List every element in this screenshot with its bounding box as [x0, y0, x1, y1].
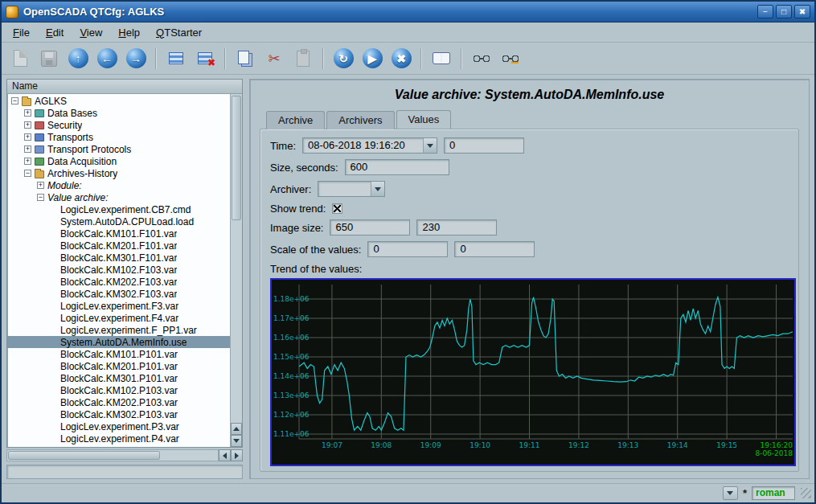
tab-values[interactable]: Values	[396, 110, 452, 129]
svg-text:1.13e+06: 1.13e+06	[273, 391, 310, 400]
toolbar-separator	[224, 48, 226, 69]
tree-item-blockcalc-km302-f103-var[interactable]: BlockCalc.KM302.F103.var	[7, 288, 230, 300]
tree-item-logiclev-experiment-f3-var[interactable]: LogicLev.experiment.F3.var	[7, 300, 230, 312]
delete-item-button[interactable]: ✖	[191, 45, 219, 72]
scroll-right-button[interactable]	[231, 449, 243, 461]
add-item-button[interactable]	[162, 45, 190, 72]
time-combo[interactable]: 08-06-2018 19:16:20	[302, 137, 437, 154]
tree-item-blockcalc-km201-f101-var[interactable]: BlockCalc.KM201.F101.var	[7, 240, 230, 252]
start-updating-button[interactable]: ▶	[359, 45, 386, 72]
scroll-down-button[interactable]	[231, 435, 242, 447]
tree-item-logiclev-experiment-f-pp1-var[interactable]: LogicLev.experiment.F_PP1.var	[7, 324, 230, 336]
tree-item-data-acquisition[interactable]: +Data Acquisition	[7, 155, 230, 167]
qtstarter-configurator-button[interactable]	[468, 45, 495, 72]
tree-item-transports[interactable]: +Transports	[7, 131, 230, 143]
forward-button[interactable]: →	[122, 45, 150, 72]
tree-item-blockcalc-km202-f103-var[interactable]: BlockCalc.KM202.F103.var	[7, 276, 230, 288]
menu-item-edit[interactable]: Edit	[38, 24, 72, 41]
vertical-scrollbar[interactable]	[230, 94, 242, 447]
tree-item-system-autoda-meminfo-use[interactable]: System.AutoDA.MemInfo.use	[7, 336, 230, 348]
menu-item-qtstarter[interactable]: QTStarter	[148, 24, 210, 41]
back-button[interactable]: ←	[93, 45, 121, 72]
up-arrow-icon	[233, 424, 240, 431]
expand-icon[interactable]: +	[24, 133, 31, 141]
tree-item-logiclev-experiment-cb7-cmd[interactable]: LogicLev.experiment.CB7.cmd	[7, 203, 230, 215]
tree-item-blockcalc-km202-p103-var[interactable]: BlockCalc.KM202.P103.var	[7, 396, 230, 408]
copy-item-button[interactable]	[232, 45, 259, 72]
expand-icon[interactable]: +	[24, 145, 31, 153]
size-field[interactable]: 600	[345, 159, 449, 175]
tree-item-value-archive[interactable]: −Value archive:	[7, 191, 230, 203]
image-height-field[interactable]: 230	[416, 219, 497, 236]
stop-updating-button[interactable]: ✖	[387, 45, 415, 72]
tree-item-label: Module:	[47, 180, 82, 191]
svg-text:8-06-2018: 8-06-2018	[755, 449, 793, 457]
tree-item-system-autoda-cpuload-load[interactable]: System.AutoDA.CPULoad.load	[7, 215, 230, 227]
collapse-icon[interactable]: −	[37, 194, 44, 201]
scrollbar-thumb[interactable]	[8, 451, 160, 460]
scale-max-field[interactable]: 0	[454, 241, 535, 257]
show-trend-checkbox[interactable]	[332, 203, 342, 214]
chevron-down-icon[interactable]	[423, 138, 437, 153]
svg-text:19:09: 19:09	[420, 441, 441, 449]
tree-item-blockcalc-km101-f101-var[interactable]: BlockCalc.KM101.F101.var	[7, 227, 230, 240]
close-button[interactable]: ✖	[794, 5, 810, 18]
manual-button[interactable]	[428, 45, 455, 72]
collapse-icon[interactable]: −	[11, 97, 18, 104]
resize-grip[interactable]	[801, 488, 811, 498]
chevron-down-icon[interactable]	[371, 182, 384, 196]
current-user-field[interactable]: roman	[752, 486, 795, 500]
horizontal-scrollbar[interactable]	[6, 449, 243, 461]
tree-item-label: BlockCalc.KM101.P101.var	[60, 349, 178, 360]
tree-item-logiclev-experiment-p4-var[interactable]: LogicLev.experiment.P4.var	[7, 432, 230, 445]
tree-item-blockcalc-km301-p101-var[interactable]: BlockCalc.KM301.P101.var	[7, 372, 230, 384]
tree-header: Name	[7, 80, 242, 94]
tree-item-blockcalc-km201-p101-var[interactable]: BlockCalc.KM201.P101.var	[7, 360, 230, 372]
image-width-field[interactable]: 650	[330, 219, 410, 236]
expand-icon[interactable]: +	[24, 158, 31, 165]
tree-item-logiclev-experiment-f4-var[interactable]: LogicLev.experiment.F4.var	[7, 312, 230, 324]
tab-archivers[interactable]: Archivers	[326, 111, 394, 129]
scroll-up-button[interactable]	[231, 423, 242, 435]
menu-item-view[interactable]: View	[72, 24, 110, 41]
tree-item-module[interactable]: +Module:	[7, 179, 230, 191]
scrollbar-thumb[interactable]	[232, 96, 241, 220]
tree-item-label: LogicLev.experiment.P4.var	[60, 433, 179, 445]
collapse-icon[interactable]: −	[24, 170, 31, 177]
tree-item-security[interactable]: +Security	[7, 119, 230, 131]
scale-min-field[interactable]: 0	[367, 241, 448, 257]
menu-item-file[interactable]: File	[5, 24, 38, 41]
minimize-button[interactable]: −	[757, 5, 773, 18]
tab-archive[interactable]: Archive	[266, 111, 325, 129]
qtstarter-tool-button[interactable]	[497, 45, 524, 72]
tree-item-blockcalc-km301-f101-var[interactable]: BlockCalc.KM301.F101.var	[7, 252, 230, 264]
tree-item-logiclev-experiment-p3-var[interactable]: LogicLev.experiment.P3.var	[7, 420, 230, 432]
cut-item-button[interactable]: ✂	[260, 45, 288, 72]
tree-item-blockcalc-km102-f103-var[interactable]: BlockCalc.KM102.F103.var	[7, 264, 230, 276]
tree-item-transport-protocols[interactable]: +Transport Protocols	[7, 143, 230, 155]
title-bar[interactable]: OpenSCADA QTCfg: AGLKS −□✖	[2, 2, 814, 23]
maximize-button[interactable]: □	[776, 5, 792, 18]
statusbar-dropdown-button[interactable]	[723, 486, 738, 500]
play-icon: ▶	[363, 48, 383, 68]
expand-icon[interactable]: +	[37, 182, 44, 189]
scrollbar-track[interactable]	[6, 449, 219, 461]
tree-item-blockcalc-km102-p103-var[interactable]: BlockCalc.KM102.P103.var	[7, 384, 230, 396]
expand-icon[interactable]: +	[24, 109, 31, 117]
scroll-left-button[interactable]	[219, 449, 231, 461]
values-form: Time: 08-06-2018 19:16:20 0 Size, second…	[260, 129, 799, 472]
archiver-combo[interactable]	[318, 181, 385, 197]
tree-item-blockcalc-km302-p103-var[interactable]: BlockCalc.KM302.P103.var	[7, 408, 230, 420]
scrollbar-track[interactable]	[231, 94, 242, 423]
add-item-icon	[169, 52, 183, 64]
time-usec-field[interactable]: 0	[444, 137, 524, 154]
tree-item-data-bases[interactable]: +Data Bases	[7, 107, 230, 119]
statusbar-star-button[interactable]: *	[741, 487, 748, 499]
tree-item-aglks[interactable]: −AGLKS	[7, 95, 230, 107]
menu-item-help[interactable]: Help	[110, 24, 148, 41]
refresh-button[interactable]: ↻	[330, 45, 357, 72]
tree-item-archives-history[interactable]: −Archives-History	[7, 167, 230, 179]
tree-item-blockcalc-km101-p101-var[interactable]: BlockCalc.KM101.P101.var	[7, 348, 230, 360]
expand-icon[interactable]: +	[24, 121, 31, 129]
up-button[interactable]: ↑	[64, 45, 92, 72]
